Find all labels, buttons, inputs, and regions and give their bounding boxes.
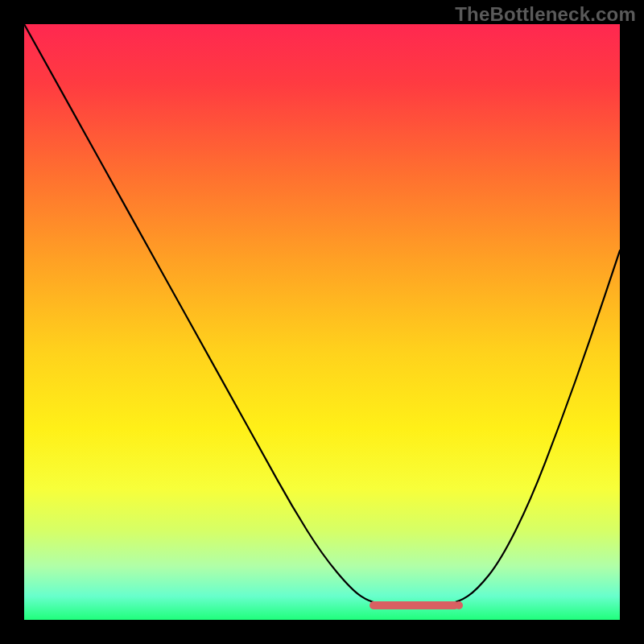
watermark-text: TheBottleneck.com: [455, 3, 636, 26]
bottleneck-curve: [24, 24, 620, 620]
optimal-point-marker: [455, 601, 463, 609]
chart-frame: TheBottleneck.com: [0, 0, 644, 644]
plot-area: [24, 24, 620, 620]
optimal-range-highlight: [369, 601, 459, 609]
